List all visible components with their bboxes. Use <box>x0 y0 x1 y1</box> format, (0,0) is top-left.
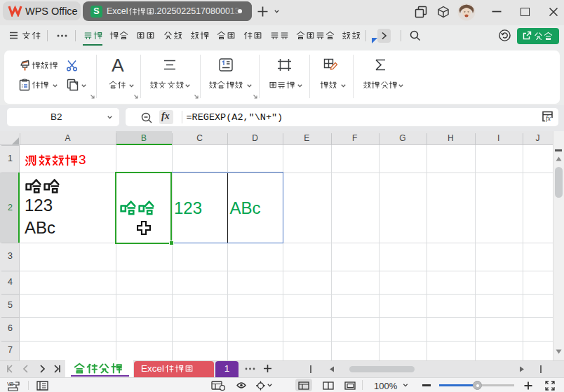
svg-text:fx: fx <box>546 115 551 122</box>
